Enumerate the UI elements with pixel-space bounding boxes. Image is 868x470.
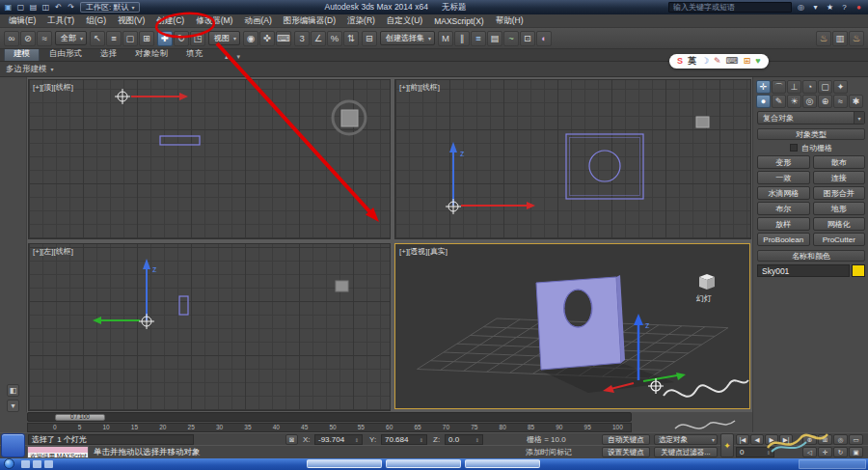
save-file-icon[interactable]: ◫ bbox=[41, 2, 51, 13]
layer-manager-icon[interactable]: ≡ bbox=[471, 31, 486, 46]
schematic-view-icon[interactable]: ⊡ bbox=[520, 31, 535, 46]
undo-icon[interactable]: ↶ bbox=[53, 2, 64, 13]
menu-item[interactable]: 渲染(R) bbox=[342, 14, 380, 28]
app-logo-icon[interactable]: ▣ bbox=[3, 2, 14, 13]
snaps-toggle-icon[interactable]: 3 bbox=[294, 31, 310, 46]
object-type-button[interactable]: 连接 bbox=[813, 171, 866, 184]
lock-selection-toggle[interactable]: ⊠ bbox=[285, 434, 298, 445]
selection-filter-dropdown[interactable]: 全部▾ bbox=[55, 31, 87, 45]
display-tab-icon[interactable]: ▢ bbox=[818, 80, 832, 94]
viewport-label-menu[interactable]: [+][左][线框] bbox=[33, 246, 73, 257]
infocenter-search-input[interactable] bbox=[668, 2, 792, 13]
viewport-top[interactable]: [+][顶][线框] bbox=[28, 79, 391, 239]
object-type-button[interactable]: 变形 bbox=[757, 155, 810, 169]
zoom-extents-icon[interactable]: ◎ bbox=[833, 434, 848, 445]
select-object-icon[interactable]: ↖ bbox=[90, 31, 105, 46]
toolbox-icon[interactable]: ⊞ bbox=[744, 57, 751, 66]
motion-tab-icon[interactable]: ◔ bbox=[802, 80, 817, 94]
modify-tab-icon[interactable]: ⌒ bbox=[772, 80, 786, 94]
create-tab-icon[interactable]: ✛ bbox=[756, 80, 771, 94]
menu-item[interactable]: 工具(T) bbox=[42, 14, 79, 28]
menu-item[interactable]: 组(G) bbox=[81, 14, 111, 28]
viewport-label-menu[interactable]: [+][前][线框] bbox=[399, 82, 440, 93]
skin-icon[interactable]: ☽ bbox=[701, 57, 709, 66]
object-type-rollout-header[interactable]: 对象类型 bbox=[757, 128, 865, 140]
autogrid-checkbox[interactable] bbox=[790, 144, 798, 152]
handwrite-icon[interactable]: ✎ bbox=[714, 57, 721, 66]
rect-selection-region-icon[interactable]: ▢ bbox=[122, 31, 138, 46]
spinner-snap-icon[interactable]: ⇅ bbox=[343, 31, 359, 46]
menu-item[interactable]: 动画(A) bbox=[239, 14, 276, 28]
fov-icon[interactable]: ◁ bbox=[802, 447, 817, 457]
viewport-front[interactable]: [+][前][线框] bbox=[394, 79, 751, 239]
blue-corner-button[interactable] bbox=[1, 433, 25, 457]
object-type-button[interactable]: 一致 bbox=[757, 171, 810, 184]
emoticon-icon[interactable]: ♥ bbox=[755, 57, 760, 66]
object-category-dropdown[interactable]: 复合对象 ▾ bbox=[757, 111, 865, 124]
reference-coordinate-dropdown[interactable]: 视图▾ bbox=[208, 31, 240, 45]
x-coordinate-field[interactable]: -93.704⇕ bbox=[314, 434, 363, 445]
viewport-perspective[interactable]: [+][透视][真实] bbox=[394, 243, 750, 409]
use-pivot-center-icon[interactable]: ◉ bbox=[243, 31, 258, 46]
render-production-icon[interactable]: ♨ bbox=[849, 31, 864, 46]
select-and-manipulate-icon[interactable]: ✜ bbox=[259, 31, 275, 46]
menu-item[interactable]: 创建(C) bbox=[151, 14, 189, 28]
object-type-button[interactable]: ProBoolean bbox=[757, 233, 810, 246]
select-and-rotate-icon[interactable]: ↻ bbox=[174, 31, 189, 46]
render-setup-icon[interactable]: ♨ bbox=[816, 31, 831, 46]
cameras-category-icon[interactable]: ◎ bbox=[802, 95, 817, 108]
taskbar-tray[interactable] bbox=[799, 459, 866, 469]
orbit-icon[interactable]: ↻ bbox=[833, 447, 848, 457]
named-selection-sets-dropdown[interactable]: 创建选择集▾ bbox=[380, 31, 435, 45]
new-scene-icon[interactable]: ▢ bbox=[15, 2, 26, 13]
viewport-left[interactable]: [+][左][线框] bbox=[28, 243, 391, 411]
hierarchy-tab-icon[interactable]: ⊥ bbox=[787, 80, 801, 94]
object-type-button[interactable]: 地形 bbox=[813, 202, 866, 215]
menu-item[interactable]: 编辑(E) bbox=[4, 14, 41, 28]
spinner-icon[interactable]: ⇕ bbox=[475, 437, 479, 443]
ribbon-tab[interactable]: 填充 bbox=[177, 47, 211, 61]
ribbon-config-icon[interactable]: ▾ bbox=[234, 53, 244, 61]
sogou-logo-icon[interactable]: S bbox=[677, 57, 683, 66]
set-key-mode-button[interactable]: ✦ bbox=[720, 433, 734, 457]
layout-tab-icon[interactable]: ◧ bbox=[7, 384, 19, 397]
menu-item[interactable]: 图形编辑器(D) bbox=[279, 14, 340, 28]
lights-category-icon[interactable]: ☀ bbox=[787, 95, 801, 108]
object-type-button[interactable]: 图形合并 bbox=[813, 186, 866, 200]
menu-item[interactable]: 修改器(M) bbox=[191, 14, 237, 28]
object-type-button[interactable]: 放样 bbox=[757, 217, 810, 231]
systems-category-icon[interactable]: ✱ bbox=[849, 95, 863, 108]
set-key-button[interactable]: 设置关键点 bbox=[602, 447, 650, 457]
ribbon-tab[interactable]: 对象绘制 bbox=[126, 47, 176, 61]
spinner-icon[interactable]: ⇕ bbox=[420, 437, 423, 443]
taskbar-app-icon[interactable] bbox=[33, 460, 41, 468]
search-caret-icon[interactable]: ▾ bbox=[810, 2, 821, 13]
named-selection-sets-icon[interactable]: ⊟ bbox=[362, 31, 377, 46]
play-button[interactable]: ▶ bbox=[765, 434, 778, 445]
z-coordinate-field[interactable]: 0.0⇕ bbox=[445, 434, 483, 445]
zoom-icon[interactable]: ⊕ bbox=[802, 434, 817, 445]
percent-snap-icon[interactable]: % bbox=[327, 31, 342, 46]
bind-to-space-warp-icon[interactable]: ≈ bbox=[37, 31, 52, 46]
helpers-category-icon[interactable]: ⊕ bbox=[818, 95, 832, 108]
utilities-tab-icon[interactable]: ✦ bbox=[833, 80, 848, 94]
favorites-star-icon[interactable]: ★ bbox=[825, 2, 835, 13]
lang-toggle[interactable]: 英 bbox=[688, 57, 696, 66]
menu-item[interactable]: MAXScript(X) bbox=[429, 15, 488, 27]
add-time-tag[interactable]: 添加时间标记 bbox=[526, 446, 572, 458]
name-color-rollout-header[interactable]: 名称和颜色 bbox=[757, 250, 865, 262]
object-type-button[interactable]: 散布 bbox=[813, 155, 866, 169]
menu-item[interactable]: 帮助(H) bbox=[491, 14, 529, 28]
keyboard-icon[interactable]: ⌨ bbox=[726, 57, 739, 66]
workspace-switcher[interactable]: 工作区: 默认 ▾ bbox=[80, 2, 140, 13]
go-to-start-button[interactable]: |◀ bbox=[736, 434, 749, 445]
geometry-category-icon[interactable]: ● bbox=[756, 95, 771, 108]
mirror-icon[interactable]: M bbox=[438, 31, 453, 46]
infocenter-ball-icon[interactable]: ● bbox=[854, 2, 864, 13]
ribbon-toggle-icon[interactable]: ▤ bbox=[487, 31, 502, 46]
select-and-scale-icon[interactable]: ◳ bbox=[190, 31, 205, 46]
taskbar-app-icon[interactable] bbox=[44, 460, 53, 468]
keyboard-override-icon[interactable]: ⌨ bbox=[276, 31, 291, 46]
ribbon-tab[interactable]: 自由形式 bbox=[41, 47, 91, 61]
ribbon-tab[interactable]: 选择 bbox=[92, 47, 125, 61]
